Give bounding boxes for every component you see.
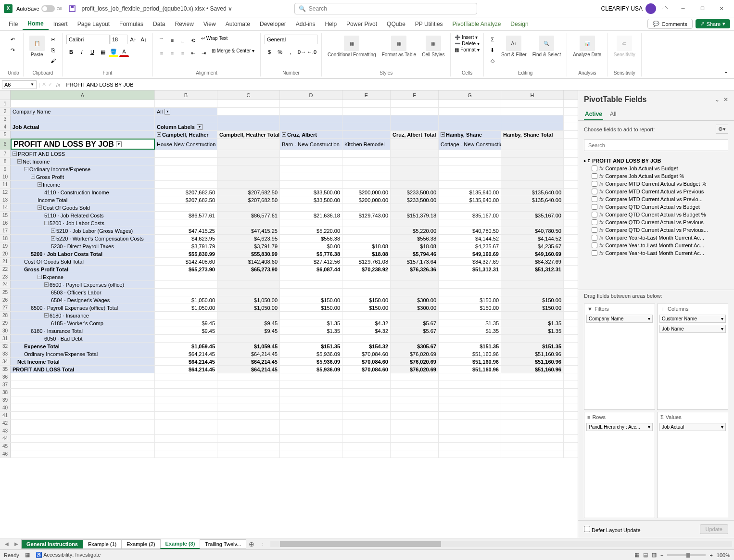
row-label-29[interactable]: 6185 · Worker's Comp: [11, 319, 155, 327]
macro-record-icon[interactable]: ▦: [25, 552, 30, 558]
sensitivity-button[interactable]: 🏷Sensitivity: [612, 35, 637, 58]
row-label-30[interactable]: 6180 · Insurance Total: [11, 327, 155, 334]
format-as-table-button[interactable]: ▦Format as Table: [380, 35, 418, 58]
share-button[interactable]: ↗ Share ▾: [696, 19, 730, 28]
accounting-button[interactable]: $: [265, 47, 274, 57]
field-item-6[interactable]: fx Compare QTD Current Actual vs Budget …: [584, 211, 728, 218]
orientation-button[interactable]: ⟲: [189, 36, 198, 45]
rows-area[interactable]: ≡Rows PandL Hierarchy : Acc...▾: [584, 412, 655, 518]
values-area[interactable]: ΣValues Job Actual▾: [657, 412, 728, 518]
row-label-17[interactable]: +5210 · Job Labor (Gross Wages): [11, 227, 155, 234]
job-kitchen[interactable]: Kitchen Remodel: [342, 139, 391, 150]
comma-button[interactable]: ,: [286, 47, 295, 57]
tab-page-layout[interactable]: Page Layout: [73, 19, 114, 29]
delete-cells-button[interactable]: ➖ Delete ▾: [455, 41, 479, 46]
redo-button[interactable]: ↷: [8, 45, 17, 55]
row-label-31[interactable]: 6050 · Bad Debt: [11, 335, 155, 342]
decrease-decimal-button[interactable]: ←.0: [307, 47, 316, 57]
name-box[interactable]: A6 ▼: [2, 80, 37, 89]
autosum-button[interactable]: Σ: [488, 35, 497, 44]
fields-tab-active[interactable]: Active: [584, 109, 603, 120]
tab-data[interactable]: Data: [148, 19, 170, 29]
panel-close-icon[interactable]: ✕: [723, 96, 728, 103]
field-root[interactable]: ▸ Σ PROFIT AND LOSS BY JOB: [584, 157, 728, 165]
customer-cruz[interactable]: −Cruz, Albert: [280, 131, 342, 138]
job-barn[interactable]: Barn - New Construction: [280, 139, 342, 150]
align-right-button[interactable]: ≡: [178, 48, 188, 58]
fill-color-button[interactable]: 🪣: [109, 47, 118, 57]
row-label-28[interactable]: −6180 · Insurance: [11, 312, 155, 319]
align-left-button[interactable]: ≡: [157, 48, 166, 58]
select-all-corner[interactable]: [0, 90, 11, 100]
customer-campbell[interactable]: −Campbell, Heather: [155, 131, 217, 138]
job-actual-label[interactable]: Job Actual: [11, 123, 155, 130]
zoom-level[interactable]: 100%: [717, 552, 730, 558]
row-label-34[interactable]: Net Income Total: [11, 358, 155, 365]
row-label-19[interactable]: 5230 · Direct Payroll Taxes: [11, 242, 155, 250]
field-item-9[interactable]: fx Compare Year-to-Last Month Current Ac…: [584, 234, 728, 242]
value-item-job-actual[interactable]: Job Actual▾: [659, 423, 726, 431]
align-middle-button[interactable]: ≡: [167, 36, 177, 45]
number-format-select[interactable]: [265, 35, 317, 44]
fx-icon[interactable]: fx: [56, 82, 61, 88]
fields-search-input[interactable]: [584, 140, 728, 151]
minimize-button[interactable]: ─: [674, 2, 692, 15]
row-label-24[interactable]: −6500 · Payroll Expenses (office): [11, 281, 155, 288]
row-label-27[interactable]: 6500 · Payroll Expenses (office) Total: [11, 304, 155, 311]
job-house[interactable]: House-New Construction: [155, 139, 217, 150]
align-center-button[interactable]: ≡: [167, 48, 177, 58]
field-item-7[interactable]: fx Compare QTD Current Actual vs Previou…: [584, 218, 728, 226]
merge-center-button[interactable]: ⊞ Merge & Center ▾: [210, 48, 256, 58]
row-label-32[interactable]: Expense Total: [11, 343, 155, 350]
col-header-D[interactable]: D: [280, 90, 342, 100]
col-header-A[interactable]: A: [11, 90, 155, 100]
tab-qqube[interactable]: QQube: [382, 19, 410, 29]
filter-company-value[interactable]: All ▼: [155, 108, 217, 115]
horizontal-scrollbar[interactable]: [270, 541, 732, 547]
view-page-break-icon[interactable]: ▥: [652, 552, 657, 558]
field-item-2[interactable]: fx Compare MTD Current Actual vs Budget …: [584, 180, 728, 188]
tab-home[interactable]: Home: [23, 18, 48, 30]
clear-button[interactable]: ◇: [488, 56, 497, 65]
tab-pivottable-analyze[interactable]: PivotTable Analyze: [448, 19, 506, 29]
increase-indent-button[interactable]: ⇥: [199, 48, 209, 58]
increase-decimal-button[interactable]: .0→: [296, 47, 306, 57]
border-button[interactable]: ▦: [98, 47, 108, 57]
filters-area[interactable]: ▼Filters Company Name▾: [584, 304, 655, 410]
tab-pp-utilities[interactable]: PP Utilities: [410, 19, 448, 29]
row-label-14[interactable]: −Cost Of Goods Sold: [11, 204, 155, 211]
cancel-formula-icon[interactable]: ✕: [42, 81, 46, 88]
fill-button[interactable]: ⬇: [488, 45, 497, 55]
column-labels[interactable]: Column Labels ▼: [155, 123, 217, 130]
format-cells-button[interactable]: ▦ Format ▾: [455, 47, 479, 52]
user-account[interactable]: CLEARIFY USA: [601, 3, 656, 14]
field-item-4[interactable]: fx Compare MTD Current Actual vs Previo.…: [584, 195, 728, 203]
tab-file[interactable]: File: [4, 19, 23, 29]
row-label-9[interactable]: −Ordinary Income/Expense: [11, 165, 155, 173]
grid-area[interactable]: A B C D E F G H 12Company NameAll ▼34Job…: [0, 90, 578, 538]
zoom-out-button[interactable]: −: [660, 552, 663, 558]
copy-button[interactable]: ⎘: [49, 45, 58, 55]
field-item-5[interactable]: fx Compare QTD Current Actual vs Budget: [584, 203, 728, 211]
customer-hamby[interactable]: −Hamby, Shane: [439, 131, 501, 138]
sheet-nav-next[interactable]: ▶: [12, 541, 21, 547]
row-label-18[interactable]: +5220 · Worker's Compensation Costs: [11, 235, 155, 242]
bold-button[interactable]: B: [66, 47, 76, 57]
row-label-16[interactable]: −5200 · Job Labor Costs: [11, 219, 155, 227]
col-header-B[interactable]: B: [155, 90, 217, 100]
row-label-15[interactable]: 5110 · Job Related Costs: [11, 212, 155, 219]
italic-button[interactable]: I: [77, 47, 87, 57]
column-item-customer[interactable]: Customer Name▾: [659, 315, 726, 323]
tab-automate[interactable]: Automate: [221, 19, 255, 29]
undo-button[interactable]: ↶: [8, 35, 17, 44]
percent-button[interactable]: %: [275, 47, 285, 57]
enter-formula-icon[interactable]: ✓: [48, 81, 52, 88]
close-button[interactable]: ✕: [713, 2, 730, 15]
analyze-data-button[interactable]: 📊Analyze Data: [571, 35, 603, 58]
accessibility-status[interactable]: ♿ Accessibility: Investigate: [36, 552, 101, 558]
fields-tab-all[interactable]: All: [609, 109, 617, 120]
zoom-slider[interactable]: [667, 554, 706, 556]
columns-area[interactable]: ⫼Columns Customer Name▾ Job Name▾: [657, 304, 728, 410]
filter-company-label[interactable]: Company Name: [11, 108, 155, 115]
field-item-10[interactable]: fx Compare Year-to-Last Month Current Ac…: [584, 242, 728, 249]
